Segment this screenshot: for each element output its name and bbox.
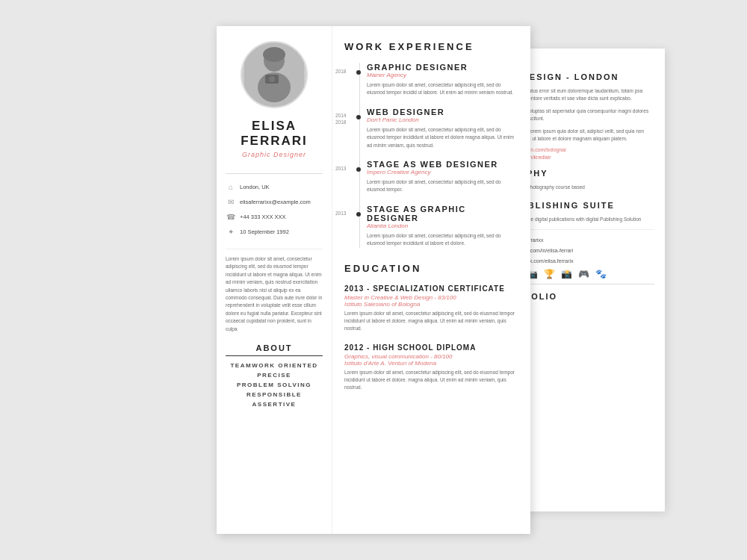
job-title-1: GRAPHIC DESIGNER: [367, 63, 518, 72]
hobby-icon-5: 📸: [561, 269, 572, 279]
resume-sidebar: ELISA FERRARI Graphic Designer ⌂ London,…: [217, 26, 332, 534]
email-icon: ✉: [226, 196, 236, 207]
job-title-3: STAGE AS WEB DESIGNER: [367, 160, 518, 169]
edu-desc-2: Lorem ipsum dolor sit amet, consectetur …: [344, 369, 518, 392]
job-desc-4: Lorem ipsum dolor sit amet, consectetur …: [367, 232, 518, 248]
job-title-2: WEB DESIGNER: [367, 108, 518, 116]
job-company-2: Don't Panic London: [367, 116, 518, 123]
job-company-1: Mainer Agency: [367, 72, 518, 78]
skill-item: PRECISE: [226, 372, 323, 379]
timeline-dot-4: [356, 212, 361, 217]
timeline-dot-3: [356, 167, 361, 172]
timeline-dot-2: [356, 115, 361, 119]
hobby-icon-4: 🏆: [544, 269, 555, 279]
work-experience-title: WORK EXPERIENCE: [344, 41, 518, 54]
job-desc-2: Lorem ipsum dolor sit amet, consectetur …: [367, 126, 518, 149]
bio-text: Lorem ipsum dolor sit amet, consectetur …: [226, 249, 323, 333]
about-title: ABOUT: [226, 343, 323, 356]
job-company-4: Aliantia London: [367, 223, 518, 229]
job-year-2: 2014 2018: [335, 112, 346, 125]
edu-subtitle-2: Graphics, visual communication - 80/100 …: [344, 353, 518, 367]
job-year-4: 2013: [335, 211, 346, 216]
job-desc-1: Lorem ipsum dolor sit amet, consectetur …: [367, 81, 518, 97]
svg-point-3: [263, 47, 285, 62]
contact-phone-text: +44 333 XXX XXX: [240, 214, 286, 220]
job-company-3: Impero Creative Agency: [367, 169, 518, 175]
timeline-dot-1: [356, 70, 361, 75]
hobby-icon-7: 🐾: [595, 269, 607, 279]
edu-desc-1: Lorem ipsum dolor sit amet, consectetur …: [344, 310, 518, 333]
contact-location-text: London, UK: [240, 184, 270, 190]
job-year-3: 2013: [335, 166, 346, 171]
contact-list: ⌂ London, UK ✉ elisaferrarixx@example.co…: [226, 173, 323, 241]
edu-item-2: 2012 - HIGH SCHOOL DIPLOMA Graphics, vis…: [344, 343, 518, 392]
job-item-3: 2013 STAGE AS WEB DESIGNER Impero Creati…: [367, 160, 518, 194]
job-title: Graphic Designer: [241, 151, 308, 158]
calendar-icon: ✦: [226, 226, 236, 237]
job-year-1: 2018: [335, 69, 346, 74]
resume-content: WORK EXPERIENCE 2018 GRAPHIC DESIGNER Ma…: [332, 26, 530, 534]
resume-main-page: ELISA FERRARI Graphic Designer ⌂ London,…: [217, 26, 530, 534]
resume-wrapper: ELISA FERRARI Graphic Designer ⌂ London,…: [217, 26, 530, 534]
last-name: FERRARI: [241, 134, 308, 149]
skill-item: TEAMWORK ORIENTED: [226, 362, 323, 369]
job-item-1: 2018 GRAPHIC DESIGNER Mainer Agency Lore…: [367, 63, 518, 97]
job-item-4: 2013 STAGE AS GRAPHIC DESIGNER Aliantia …: [367, 205, 518, 248]
about-section: ABOUT TEAMWORK ORIENTED PRECISE PROBLEM …: [226, 343, 323, 411]
contact-email-text: elisaferrarixx@example.com: [240, 199, 311, 205]
contact-phone: ☎ +44 333 XXX XXX: [226, 211, 323, 222]
skill-item: RESPONSIBLE: [226, 391, 323, 398]
hobby-icon-6: 🎮: [578, 269, 589, 279]
edu-subtitle-1: Master in Creative & Web Design - 83/100…: [344, 294, 518, 308]
skill-item: ASSERTIVE: [226, 401, 323, 408]
name-block: ELISA FERRARI Graphic Designer: [241, 119, 308, 158]
edu-year-title-2: 2012 - HIGH SCHOOL DIPLOMA: [344, 343, 518, 352]
first-name: ELISA: [241, 119, 308, 134]
work-timeline: 2018 GRAPHIC DESIGNER Mainer Agency Lore…: [344, 63, 518, 248]
home-icon: ⌂: [226, 181, 236, 192]
edu-item-1: 2013 - SPECIALIZATION CERTIFICATE Master…: [344, 284, 518, 333]
contact-dob: ✦ 10 September 1992: [226, 226, 323, 237]
job-item-2: 2014 2018 WEB DESIGNER Don't Panic Londo…: [367, 108, 518, 149]
phone-icon: ☎: [226, 211, 236, 222]
job-desc-3: Lorem ipsum dolor sit amet, consectetur …: [367, 178, 518, 194]
edu-year-title-1: 2013 - SPECIALIZATION CERTIFICATE: [344, 284, 518, 293]
skills-list: TEAMWORK ORIENTED PRECISE PROBLEM SOLVIN…: [226, 362, 323, 408]
contact-email: ✉ elisaferrarixx@example.com: [226, 196, 323, 207]
svg-point-5: [269, 76, 275, 82]
avatar: [241, 41, 308, 108]
skill-item: PROBLEM SOLVING: [226, 382, 323, 388]
education-title: EDUCATION: [344, 263, 518, 276]
job-title-4: STAGE AS GRAPHIC DESIGNER: [367, 205, 518, 223]
contact-location: ⌂ London, UK: [226, 181, 323, 192]
education-section: 2013 - SPECIALIZATION CERTIFICATE Master…: [344, 284, 518, 392]
contact-dob-text: 10 September 1992: [240, 228, 289, 235]
